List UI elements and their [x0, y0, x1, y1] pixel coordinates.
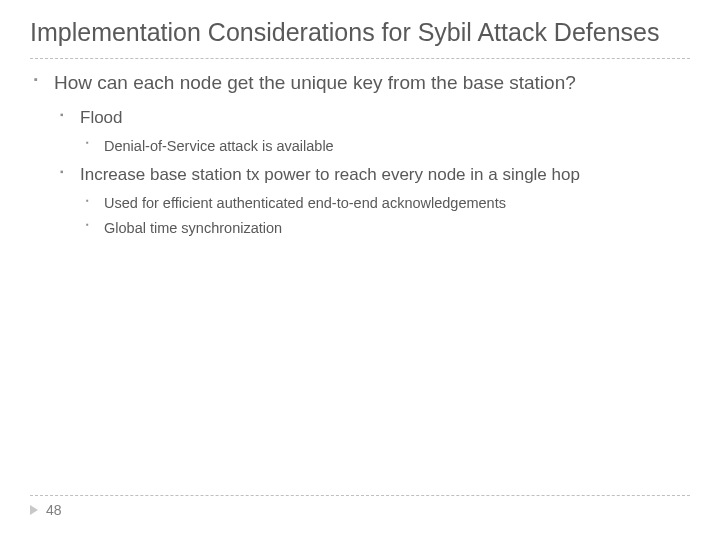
slide-content: How can each node get the unique key fro… [30, 71, 690, 238]
page-marker-icon [30, 505, 38, 515]
bullet-l3-dos: Denial-of-Service attack is available [80, 136, 690, 156]
bullet-l2-flood-text: Flood [80, 108, 123, 127]
footer-divider [30, 495, 690, 496]
bullet-l2-txpower-text: Increase base station tx power to reach … [80, 165, 580, 184]
slide-footer: 48 [0, 495, 720, 518]
bullet-l1: How can each node get the unique key fro… [30, 71, 690, 238]
bullet-l3-sync: Global time synchronization [80, 218, 690, 238]
bullet-l3-dos-text: Denial-of-Service attack is available [104, 138, 334, 154]
bullet-l3-ack-text: Used for efficient authenticated end-to-… [104, 195, 506, 211]
bullet-l1-text: How can each node get the unique key fro… [54, 72, 576, 93]
footer-row: 48 [30, 502, 690, 518]
title-divider [30, 58, 690, 59]
slide: Implementation Considerations for Sybil … [0, 0, 720, 540]
bullet-l2-txpower: Increase base station tx power to reach … [54, 164, 690, 238]
bullet-l3-ack: Used for efficient authenticated end-to-… [80, 193, 690, 213]
slide-title: Implementation Considerations for Sybil … [30, 18, 690, 48]
bullet-l2-flood: Flood Denial-of-Service attack is availa… [54, 107, 690, 156]
bullet-l3-sync-text: Global time synchronization [104, 220, 282, 236]
page-number: 48 [46, 502, 62, 518]
